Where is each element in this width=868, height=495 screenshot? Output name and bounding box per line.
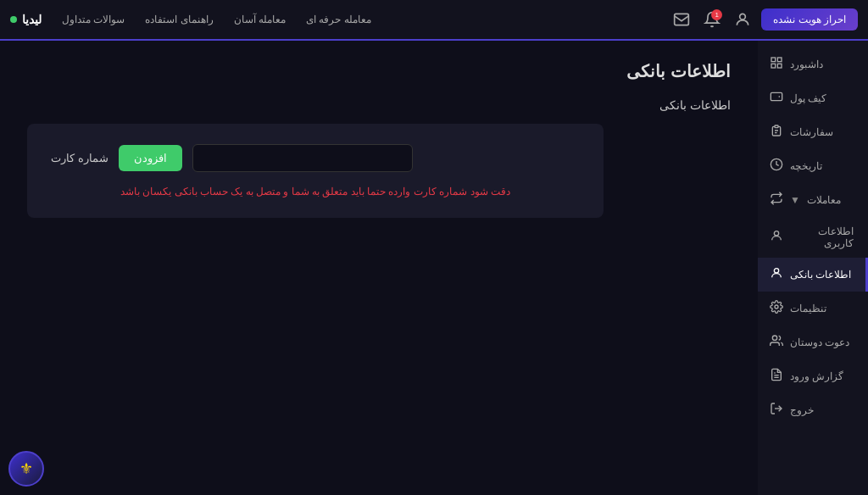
history-icon — [770, 158, 783, 175]
svg-rect-7 — [775, 125, 778, 128]
sidebar-label-login-report: گزارش ورود — [790, 370, 843, 382]
orders-icon — [770, 124, 783, 141]
sidebar-label-trades: معاملات — [807, 194, 841, 206]
top-nav: احراز هویت نشده 1 معامله حرفه ای معامله … — [0, 0, 868, 41]
add-button[interactable]: افزودن — [119, 145, 182, 171]
notice-text: دقت شود شماره کارت وارده حتما باید متعلق… — [51, 186, 580, 197]
sidebar-item-invite[interactable]: دعوت دوستان — [758, 325, 868, 359]
sidebar-item-user-info[interactable]: اطلاعات کاربری — [758, 217, 868, 258]
sidebar-label-settings: تنظیمات — [790, 303, 826, 314]
sidebar-label-user-info: اطلاعات کاربری — [790, 225, 854, 249]
top-nav-left: معامله حرفه ای معامله آسان راهنمای استفا… — [10, 13, 371, 26]
brand: لیدیا — [10, 13, 42, 26]
sidebar-label-invite: دعوت دوستان — [790, 336, 849, 348]
main-content: اطلاعات بانکی اطلاعات بانکی افزودن شماره… — [0, 41, 758, 495]
notification-badge: 1 — [711, 9, 722, 20]
bank-info-card: افزودن شماره کارت دقت شود شماره کارت وار… — [27, 124, 604, 218]
page-title: اطلاعات بانکی — [27, 61, 731, 81]
sidebar-item-bank-info[interactable]: اطلاعات بانکی — [758, 258, 868, 292]
sidebar-label-history: تاریخچه — [790, 160, 822, 172]
card-number-input[interactable] — [192, 144, 413, 172]
wallet-icon — [770, 90, 783, 107]
nav-link-professional[interactable]: معامله حرفه ای — [306, 14, 371, 25]
svg-rect-4 — [771, 64, 776, 68]
bank-info-icon — [770, 266, 783, 283]
sidebar-label-orders: سفارشات — [790, 126, 833, 138]
layout: داشبورد کیف پول سفارشات — [0, 41, 868, 495]
sidebar-label-dashboard: داشبورد — [790, 58, 823, 70]
user-icon[interactable] — [731, 8, 754, 31]
card-number-label: شماره کارت — [51, 152, 108, 164]
svg-rect-2 — [771, 58, 776, 62]
sidebar-item-wallet[interactable]: کیف پول — [758, 81, 868, 115]
svg-point-0 — [740, 14, 746, 19]
sidebar-item-settings[interactable]: تنظیمات — [758, 292, 868, 325]
user-info-icon — [770, 229, 783, 246]
brand-name: لیدیا — [22, 13, 42, 26]
svg-rect-1 — [675, 14, 689, 25]
sidebar-label-logout: خروج — [790, 404, 814, 416]
svg-rect-6 — [771, 92, 782, 100]
logout-icon — [770, 402, 783, 419]
logo-symbol: ⚜ — [19, 459, 33, 478]
chevron-down-icon: ▼ — [790, 194, 800, 206]
nav-link-faq[interactable]: سوالات متداول — [62, 14, 125, 25]
sidebar-item-login-report[interactable]: گزارش ورود — [758, 359, 868, 393]
brand-status-dot — [10, 16, 17, 23]
svg-point-11 — [775, 305, 778, 309]
login-report-icon — [770, 368, 783, 385]
top-nav-right: احراز هویت نشده 1 — [670, 8, 858, 31]
sidebar-item-history[interactable]: تاریخچه — [758, 149, 868, 183]
nav-link-easy[interactable]: معامله آسان — [234, 14, 286, 25]
auth-button[interactable]: احراز هویت نشده — [761, 8, 858, 31]
sidebar-item-logout[interactable]: خروج — [758, 393, 868, 427]
sidebar-label-wallet: کیف پول — [790, 92, 826, 104]
sidebar-item-orders[interactable]: سفارشات — [758, 115, 868, 149]
svg-point-12 — [772, 336, 776, 340]
sidebar-item-dashboard[interactable]: داشبورد — [758, 47, 868, 81]
invite-icon — [770, 334, 783, 351]
svg-point-9 — [774, 231, 778, 236]
card-number-row: افزودن شماره کارت — [51, 144, 580, 172]
settings-icon — [770, 300, 783, 317]
section-title: اطلاعات بانکی — [27, 98, 731, 112]
nav-link-guide[interactable]: راهنمای استفاده — [145, 14, 213, 25]
sidebar-label-bank-info: اطلاعات بانکی — [790, 269, 851, 281]
mail-icon[interactable] — [670, 8, 693, 31]
dashboard-icon — [770, 56, 783, 73]
bottom-logo: ⚜ — [8, 451, 44, 487]
svg-point-10 — [774, 269, 778, 273]
sidebar: داشبورد کیف پول سفارشات — [758, 41, 868, 495]
sidebar-item-trades[interactable]: معاملات ▼ — [758, 183, 868, 217]
notification-icon[interactable]: 1 — [700, 8, 724, 31]
trades-icon — [770, 192, 783, 209]
svg-rect-5 — [777, 64, 782, 68]
svg-rect-3 — [777, 58, 782, 62]
